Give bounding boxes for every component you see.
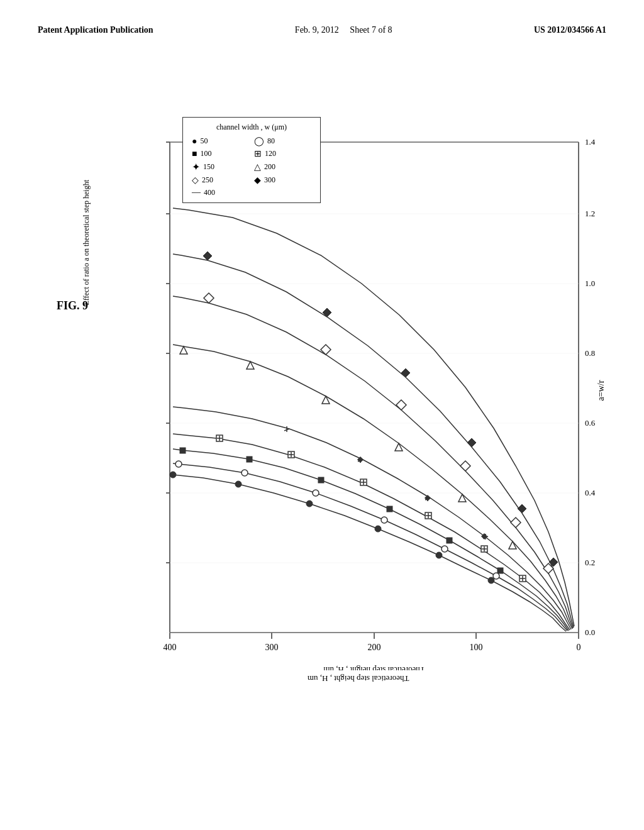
svg-point-99 [235, 481, 242, 487]
legend-item-200: △ 200 [254, 161, 311, 173]
legend-grid: ● 50 ◯ 80 ■ 100 ⊞ 120 ✦ 150 [192, 136, 311, 197]
svg-text:400: 400 [164, 643, 177, 652]
svg-text:0.0: 0.0 [585, 628, 595, 637]
svg-point-92 [313, 490, 319, 496]
svg-rect-86 [318, 477, 324, 483]
x-axis-label-container: Theoretical step height , H, um [138, 670, 579, 683]
legend-item-250: ◇ 250 [192, 175, 249, 185]
svg-rect-85 [387, 506, 392, 512]
svg-point-98 [306, 501, 313, 507]
svg-text:0: 0 [577, 643, 581, 652]
x-axis-label: Theoretical step height , H, um [308, 673, 409, 683]
svg-marker-53 [395, 443, 402, 451]
markers-200 [180, 346, 516, 549]
pub-date: Feb. 9, 2012 [295, 25, 339, 35]
legend-symbol-100: ■ [192, 149, 197, 159]
legend-symbol-300: ◆ [254, 175, 261, 185]
svg-marker-42 [401, 368, 410, 377]
svg-point-100 [170, 472, 176, 478]
legend-item-80: ◯ 80 [254, 136, 311, 147]
svg-marker-40 [518, 504, 526, 513]
svg-point-89 [493, 573, 499, 579]
header-left: Patent Application Publication [38, 25, 153, 35]
page: Patent Application Publication Feb. 9, 2… [0, 0, 644, 830]
svg-text:100: 100 [470, 643, 483, 652]
svg-marker-51 [509, 541, 516, 549]
header-center: Feb. 9, 2012 Sheet 7 of 8 [295, 25, 392, 35]
legend-symbol-150: ✦ [192, 161, 200, 173]
svg-text:1.4: 1.4 [585, 137, 596, 147]
svg-marker-48 [396, 400, 406, 410]
legend-item-100: ■ 100 [192, 148, 249, 159]
legend-symbol-250: ◇ [192, 175, 199, 185]
svg-rect-88 [180, 448, 186, 453]
svg-text:0.8: 0.8 [585, 348, 595, 358]
svg-text:1.0: 1.0 [585, 279, 595, 288]
svg-text:0.6: 0.6 [585, 418, 596, 428]
curve-250 [173, 296, 573, 628]
svg-rect-87 [247, 456, 252, 462]
curve-50 [173, 475, 566, 631]
legend-symbol-200: △ [254, 162, 261, 172]
legend-value-100: 100 [200, 149, 211, 158]
svg-marker-43 [323, 308, 331, 317]
svg-text:Theoretical step height , H, u: Theoretical step height , H, um [323, 665, 425, 670]
svg-point-95 [488, 577, 494, 584]
svg-text:0.4: 0.4 [585, 488, 596, 497]
svg-point-93 [242, 470, 248, 476]
svg-point-90 [441, 546, 448, 552]
markers-100 [180, 448, 503, 573]
svg-marker-50 [204, 293, 214, 303]
svg-text:300: 300 [265, 643, 279, 652]
legend-item-50: ● 50 [192, 136, 249, 147]
legend-value-120: 120 [265, 149, 276, 158]
svg-marker-56 [180, 346, 187, 354]
header-right: US 2012/034566 A1 [534, 25, 606, 35]
legend-item-150: ✦ 150 [192, 161, 249, 173]
sheet-info: Sheet 7 of 8 [350, 25, 392, 35]
svg-marker-41 [467, 438, 476, 447]
curve-100 [173, 449, 569, 631]
legend-symbol-120: ⊞ [254, 148, 262, 159]
curve-400 [173, 208, 574, 626]
svg-marker-44 [203, 252, 212, 260]
svg-marker-52 [458, 494, 466, 502]
legend-value-50: 50 [200, 136, 208, 146]
legend-value-400: 400 [204, 188, 215, 197]
legend-title: channel width , w (μm) [192, 123, 311, 132]
legend-item-300: ◆ 300 [254, 175, 311, 185]
legend-value-300: 300 [264, 175, 275, 185]
svg-point-96 [436, 552, 442, 558]
svg-marker-47 [460, 461, 470, 471]
svg-text:1.2: 1.2 [585, 209, 595, 218]
curve-150 [173, 407, 571, 629]
svg-rect-83 [497, 568, 503, 573]
legend-value-150: 150 [203, 162, 214, 172]
legend-value-200: 200 [264, 162, 275, 172]
svg-rect-84 [447, 538, 452, 543]
svg-text:0.2: 0.2 [585, 558, 595, 567]
legend-symbol-80: ◯ [254, 136, 264, 147]
legend-value-250: 250 [202, 175, 213, 185]
legend-box: channel width , w (μm) ● 50 ◯ 80 ■ 100 ⊞ [182, 117, 321, 203]
svg-text:a=w/r: a=w/r [596, 380, 606, 401]
curve-120 [173, 434, 570, 630]
svg-point-94 [175, 461, 182, 467]
legend-symbol-50: ● [192, 136, 197, 147]
y-axis-label: Effect of ratio a on theoretical step he… [82, 180, 91, 305]
legend-item-400: — 400 [192, 187, 311, 197]
page-header: Patent Application Publication Feb. 9, 2… [38, 25, 606, 35]
svg-text:200: 200 [368, 643, 381, 652]
legend-symbol-400: — [192, 187, 201, 197]
curve-80 [173, 463, 567, 631]
legend-item-120: ⊞ 120 [254, 148, 311, 159]
legend-value-80: 80 [267, 136, 275, 146]
markers-50 [170, 472, 494, 584]
svg-marker-46 [511, 517, 521, 528]
svg-point-91 [381, 517, 387, 523]
svg-point-97 [375, 526, 381, 532]
